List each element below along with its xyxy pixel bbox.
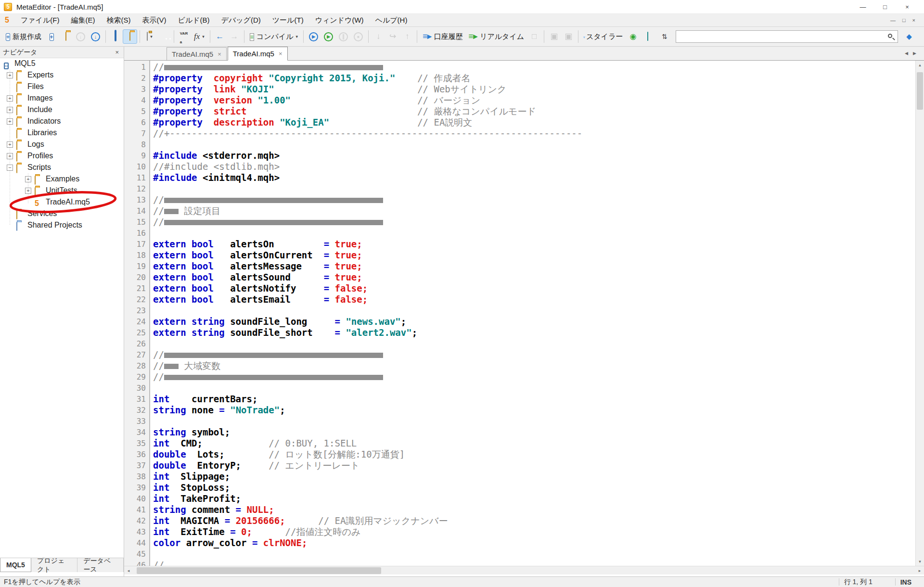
tree-item-include[interactable]: +Include — [0, 104, 124, 116]
mdi-minimize-button[interactable]: — — [890, 17, 896, 23]
code-line[interactable]: // — [153, 560, 924, 566]
code-line[interactable]: #property copyright "Copyright 2015, Koj… — [153, 73, 924, 84]
tab-scroll-left-icon[interactable]: ◂ — [905, 49, 908, 57]
code-line[interactable]: string symbol; — [153, 427, 924, 438]
expand-plus-icon[interactable]: + — [7, 153, 13, 159]
code-line[interactable]: //#include <stdlib.mqh> — [153, 161, 924, 172]
expand-plus-icon[interactable]: + — [7, 95, 13, 102]
menu-item-E[interactable]: 編集(E) — [65, 14, 101, 26]
code-line[interactable] — [153, 228, 924, 239]
code-line[interactable]: double Lots; // ロット数[分解能:10万通貨] — [153, 449, 924, 460]
scroll-up-icon[interactable]: ▴ — [916, 61, 924, 69]
code-line[interactable]: string comment = NULL; — [153, 504, 924, 515]
tab-close-icon[interactable]: × — [218, 51, 221, 58]
debug-real-button[interactable]: ▶ — [306, 29, 321, 44]
code-line[interactable]: #property link "KOJI" // Webサイトリンク — [153, 84, 924, 95]
bottom-tab-MQL5[interactable]: MQL5 — [0, 558, 31, 572]
code-line[interactable]: extern string soundFile_long = "news.wav… — [153, 316, 924, 327]
code-line[interactable]: extern bool alertsSound = true; — [153, 272, 924, 283]
collapse-minus-icon[interactable]: − — [7, 165, 13, 171]
menu-item-B[interactable]: ビルド(B) — [172, 14, 215, 26]
toggle-navigator-button[interactable] — [108, 29, 123, 44]
vertical-scrollbar[interactable]: ▴ ▾ — [915, 61, 924, 566]
code-line[interactable]: int TakeProfit; — [153, 493, 924, 504]
tree-item-examples[interactable]: +Examples — [0, 174, 124, 185]
code-line[interactable] — [153, 139, 924, 150]
tree-item-profiles[interactable]: +Profiles — [0, 151, 124, 162]
code-line[interactable]: extern bool alertsOn = true; — [153, 239, 924, 250]
code-line[interactable] — [153, 183, 924, 194]
code-line[interactable]: //+-------------------------------------… — [153, 128, 924, 139]
tree-item-indicators[interactable]: +Indicators — [0, 116, 124, 128]
expand-plus-icon[interactable]: + — [25, 188, 31, 194]
navigator-close-icon[interactable]: × — [113, 49, 121, 56]
expand-plus-icon[interactable]: + — [7, 107, 13, 113]
tab-close-icon[interactable]: × — [279, 50, 282, 57]
back-button[interactable]: ← — [213, 29, 227, 44]
var-list-button[interactable]: VARa — [177, 29, 191, 44]
search-input[interactable] — [676, 30, 898, 43]
mdi-restore-button[interactable]: □ — [902, 17, 906, 23]
menu-item-F[interactable]: ファイル(F) — [15, 14, 65, 26]
editor-tab-0[interactable]: TradeAI.mq5× — [167, 47, 227, 60]
code-line[interactable]: int Slippage; — [153, 471, 924, 482]
code-line[interactable] — [153, 416, 924, 427]
styler-button[interactable]: スタイラー — [581, 29, 626, 44]
menu-item-H[interactable]: ヘルプ(H) — [370, 14, 413, 26]
code-line[interactable]: extern bool alertsMessage = true; — [153, 261, 924, 272]
tree-item-experts[interactable]: +Experts — [0, 70, 124, 81]
horizontal-scrollbar[interactable]: ◂ ▸ — [124, 566, 924, 574]
code-pane[interactable]: //#property copyright "Copyright 2015, K… — [150, 61, 924, 566]
paste-button[interactable]: ▾ — [142, 29, 157, 44]
code-line[interactable]: #property version "1.00" // バージョン — [153, 95, 924, 106]
open-file-button[interactable] — [59, 29, 73, 44]
code-line[interactable]: // — [153, 349, 924, 360]
code-line[interactable]: extern string soundFile_short = "alert2.… — [153, 327, 924, 338]
menu-item-W[interactable]: ウィンドウ(W) — [309, 14, 370, 26]
editor-tab-1[interactable]: TradeAI.mq5× — [228, 47, 288, 61]
database-button[interactable] — [641, 29, 655, 44]
tab-scroll-right-icon[interactable]: ▸ — [913, 49, 916, 57]
code-line[interactable]: int MAGICMA = 20156666; // EA識別用マジックナンバー — [153, 515, 924, 526]
code-line[interactable]: int currentBars; — [153, 394, 924, 405]
code-line[interactable]: // — [153, 371, 924, 383]
realtime-button[interactable]: ≡▸リアルタイム — [466, 29, 527, 44]
bottom-tab-[interactable]: プロジェクト — [31, 558, 77, 572]
code-line[interactable]: color arrow_color = clrNONE; — [153, 537, 924, 549]
code-editor[interactable]: 1234567891011121314151617181920212223242… — [124, 61, 924, 566]
menu-item-S[interactable]: 検索(S) — [101, 14, 136, 26]
tree-item-services[interactable]: Services — [0, 208, 124, 220]
search-filter-button[interactable]: ⇅ — [657, 29, 672, 44]
expand-plus-icon[interactable]: + — [7, 141, 13, 148]
scroll-right-icon[interactable]: ▸ — [915, 568, 924, 573]
code-line[interactable] — [153, 549, 924, 560]
new-file-button[interactable]: +新規作成 — [3, 29, 44, 44]
code-line[interactable]: #property strict // 厳格なコンパイルモード — [153, 106, 924, 117]
code-line[interactable] — [153, 383, 924, 394]
code-line[interactable]: extern bool alertsEmail = false; — [153, 294, 924, 305]
account-history-button[interactable]: ≡▸口座履歴 — [420, 29, 465, 44]
horizontal-scroll-thumb[interactable] — [137, 567, 381, 574]
tree-item-tradeai-mq5[interactable]: 5TradeAI.mq5 — [0, 197, 124, 208]
code-line[interactable] — [153, 305, 924, 316]
mql5-wizard-button[interactable] — [157, 29, 171, 44]
tree-item-unittests[interactable]: +UnitTests — [0, 185, 124, 197]
code-line[interactable]: int StopLoss; — [153, 482, 924, 493]
expand-plus-icon[interactable]: + — [7, 72, 13, 78]
code-line[interactable]: // 設定項目 — [153, 205, 924, 217]
help-community-button[interactable]: ◆ — [902, 29, 916, 44]
code-line[interactable]: // — [153, 217, 924, 228]
function-list-button[interactable]: fx▾ — [191, 29, 207, 44]
expand-plus-icon[interactable]: + — [25, 176, 31, 182]
storage-download-button[interactable]: ↓ — [88, 29, 103, 44]
menu-item-T[interactable]: ツール(T) — [267, 14, 309, 26]
new-window-button[interactable]: + — [44, 29, 59, 44]
tree-item-mql5[interactable]: ‹›MQL5 — [0, 58, 124, 70]
minimize-button[interactable]: — — [852, 0, 874, 13]
code-line[interactable]: extern bool alertsOnCurrent = true; — [153, 250, 924, 261]
compile-button[interactable]: ≡コンパイル▾ — [247, 29, 301, 44]
toggle-toolbox-button[interactable] — [123, 29, 137, 44]
tree-item-libraries[interactable]: Libraries — [0, 128, 124, 139]
code-line[interactable]: #include <stderror.mqh> — [153, 150, 924, 161]
code-line[interactable]: string none = "NoTrade"; — [153, 405, 924, 416]
